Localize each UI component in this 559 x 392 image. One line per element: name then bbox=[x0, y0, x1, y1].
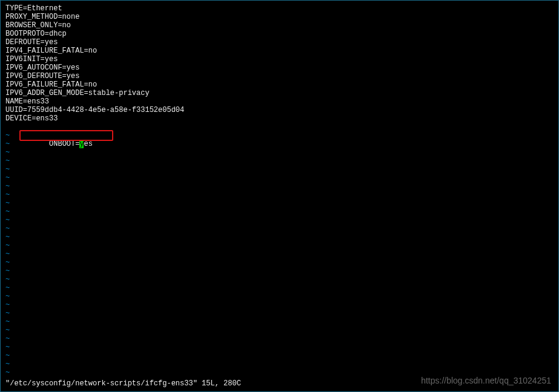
vim-tilde: ~ bbox=[5, 241, 554, 250]
vim-tilde: ~ bbox=[5, 292, 554, 301]
vim-tilde: ~ bbox=[5, 326, 554, 335]
vim-tilde: ~ bbox=[5, 191, 554, 199]
vim-tilde: ~ bbox=[5, 207, 554, 216]
vim-tilde: ~ bbox=[5, 250, 554, 258]
vim-tilde: ~ bbox=[5, 360, 554, 368]
config-line: UUID=7559ddb4-4428-4e5e-a58e-f33152e05d0… bbox=[5, 106, 554, 114]
config-line: PROXY_METHOD=none bbox=[5, 13, 554, 21]
config-line: BOOTPROTO=dhcp bbox=[5, 30, 554, 38]
vim-tilde: ~ bbox=[5, 174, 554, 182]
onboot-prefix: ONBOOT= bbox=[49, 140, 79, 148]
vim-tilde: ~ bbox=[5, 343, 554, 351]
vim-tilde: ~ bbox=[5, 182, 554, 191]
config-line: IPV6_AUTOCONF=yes bbox=[5, 64, 554, 72]
vim-tilde: ~ bbox=[5, 309, 554, 318]
vim-tilde: ~ bbox=[5, 216, 554, 224]
config-line: IPV6_DEFROUTE=yes bbox=[5, 72, 554, 80]
config-line: IPV6_ADDR_GEN_MODE=stable-privacy bbox=[5, 89, 554, 97]
vim-tilde: ~ bbox=[5, 199, 554, 207]
config-line: IPV6INIT=yes bbox=[5, 55, 554, 64]
vim-status-line: "/etc/sysconfig/network-scripts/ifcfg-en… bbox=[5, 379, 241, 388]
config-line: IPV4_FAILURE_FATAL=no bbox=[5, 47, 554, 55]
vim-editor-content[interactable]: TYPE=Ethernet PROXY_METHOD=none BROWSER_… bbox=[1, 1, 558, 381]
vim-tilde: ~ bbox=[5, 258, 554, 267]
vim-tilde: ~ bbox=[5, 267, 554, 275]
vim-tilde: ~ bbox=[5, 284, 554, 292]
vim-tilde: ~ bbox=[5, 318, 554, 326]
vim-tilde: ~ bbox=[5, 275, 554, 284]
config-line: TYPE=Ethernet bbox=[5, 4, 554, 13]
vim-tilde: ~ bbox=[5, 165, 554, 174]
vim-tilde: ~ bbox=[5, 351, 554, 360]
config-line: BROWSER_ONLY=no bbox=[5, 21, 554, 30]
vim-tilde: ~ bbox=[5, 224, 554, 233]
vim-tilde: ~ bbox=[5, 335, 554, 343]
config-line: NAME=ens33 bbox=[5, 97, 554, 106]
vim-tilde: ~ bbox=[5, 233, 554, 241]
config-line: DEVICE=ens33 bbox=[5, 114, 554, 123]
config-line-highlighted: ONBOOT=yes bbox=[5, 123, 554, 131]
config-line: IPV6_FAILURE_FATAL=no bbox=[5, 80, 554, 89]
vim-tilde: ~ bbox=[5, 301, 554, 309]
config-line: DEFROUTE=yes bbox=[5, 38, 554, 47]
watermark-text: https://blog.csdn.net/qq_31024251 bbox=[421, 376, 551, 385]
onboot-suffix: es bbox=[84, 140, 92, 148]
